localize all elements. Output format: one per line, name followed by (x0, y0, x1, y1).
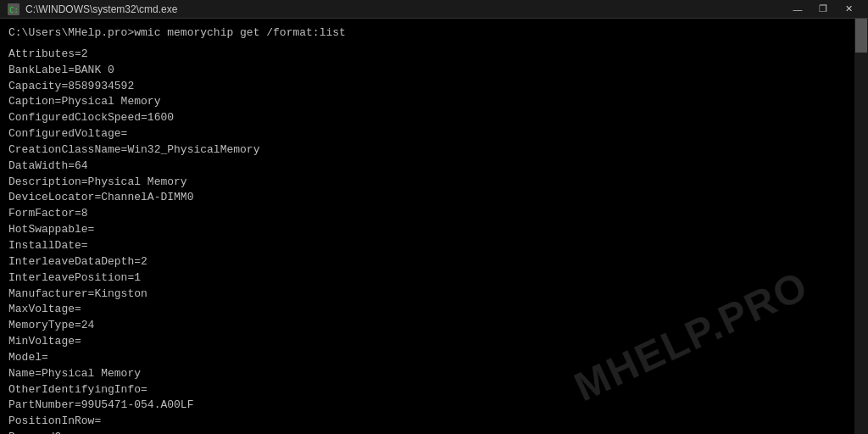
output-line: PartNumber=99U5471-054.A00LF (8, 398, 860, 414)
output-line: FormFactor=8 (8, 206, 860, 222)
output-line: InterleavePosition=1 (8, 270, 860, 287)
svg-text:C:: C: (9, 6, 19, 14)
output-line: MaxVoltage= (8, 302, 860, 318)
output-line: ConfiguredClockSpeed=1600 (8, 110, 860, 126)
output-line: Capacity=8589934592 (8, 79, 860, 95)
restore-button[interactable]: ❐ (810, 0, 836, 19)
output-line: PositionInRow= (8, 414, 860, 430)
scrollbar[interactable] (854, 19, 868, 434)
output-line: DeviceLocator=ChannelA-DIMM0 (8, 190, 860, 206)
output-line: OtherIdentifyingInfo= (8, 382, 860, 398)
output-line: HotSwappable= (8, 222, 860, 238)
output-line: InstallDate= (8, 238, 860, 254)
output-line: ConfiguredVoltage= (8, 126, 860, 142)
titlebar: C: C:\WINDOWS\system32\cmd.exe — ❐ ✕ (0, 0, 868, 19)
output-line: DataWidth=64 (8, 159, 860, 175)
output-line: Model= (8, 350, 860, 366)
terminal-content[interactable]: C:\Users\MHelp.pro>wmic memorychip get /… (0, 19, 868, 434)
window-controls: — ❐ ✕ (785, 0, 861, 19)
scrollbar-thumb[interactable] (855, 19, 867, 53)
window-title: C:\WINDOWS\system32\cmd.exe (25, 3, 785, 15)
output-line: Caption=Physical Memory (8, 94, 860, 110)
output-line: MemoryType=24 (8, 318, 860, 334)
output-lines: Attributes=2BankLabel=BANK 0Capacity=858… (8, 47, 860, 434)
output-line: MinVoltage= (8, 334, 860, 350)
close-button[interactable]: ✕ (836, 0, 861, 19)
cmd-icon: C: (7, 3, 20, 16)
output-line: InterleaveDataDepth=2 (8, 254, 860, 270)
minimize-button[interactable]: — (785, 0, 810, 19)
output-line: Manufacturer=Kingston (8, 287, 860, 303)
command-prompt: C:\Users\MHelp.pro>wmic memorychip get /… (8, 25, 860, 42)
output-line: Name=Physical Memory (8, 366, 860, 382)
output-line: BankLabel=BANK 0 (8, 63, 860, 79)
output-line: Attributes=2 (8, 47, 860, 63)
output-line: Description=Physical Memory (8, 175, 860, 191)
cmd-window: C: C:\WINDOWS\system32\cmd.exe — ❐ ✕ C:\… (0, 0, 868, 434)
output-line: CreationClassName=Win32_PhysicalMemory (8, 142, 860, 159)
output-line: PoweredOn= (8, 430, 860, 434)
